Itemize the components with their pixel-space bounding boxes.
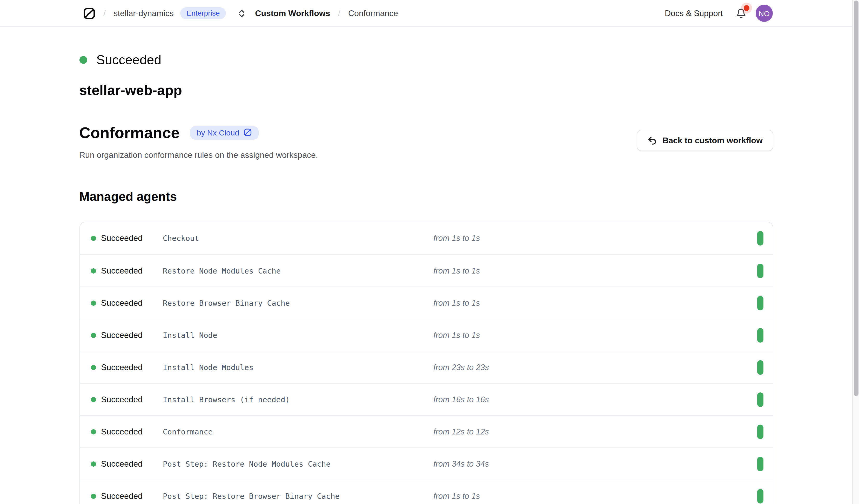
success-dot-icon — [91, 236, 96, 241]
step-duration: from 34s to 34s — [433, 459, 757, 469]
nx-cloud-logo[interactable] — [83, 7, 95, 19]
success-dot-icon — [91, 461, 96, 467]
run-status: Succeeded — [79, 52, 773, 67]
step-timeline-bar — [757, 328, 763, 342]
agent-step-row[interactable]: Succeeded Install Node from 1s to 1s — [80, 319, 772, 351]
step-status-label: Succeeded — [101, 395, 142, 404]
step-status: Succeeded — [91, 298, 163, 307]
managed-agents-heading: Managed agents — [79, 189, 773, 204]
agent-step-row[interactable]: Succeeded Restore Node Modules Cache fro… — [80, 254, 772, 287]
user-avatar[interactable]: NO — [756, 5, 773, 22]
agent-step-row[interactable]: Succeeded Post Step: Restore Browser Bin… — [80, 479, 772, 504]
step-timeline-bar — [757, 295, 763, 310]
step-timeline-bar — [757, 424, 763, 439]
step-name: Restore Browser Binary Cache — [163, 299, 433, 307]
step-timeline-bar — [757, 457, 763, 471]
step-name: Install Node Modules — [163, 363, 433, 371]
success-dot-icon — [79, 56, 87, 64]
step-status: Succeeded — [91, 395, 163, 404]
step-name: Conformance — [163, 427, 433, 436]
top-navbar: / stellar-dynamics Enterprise Custom Wor… — [0, 0, 852, 27]
workflow-description: Run organization conformance rules on th… — [79, 149, 636, 161]
success-dot-icon — [91, 429, 96, 434]
step-status: Succeeded — [91, 266, 163, 275]
step-timeline-bar — [757, 263, 763, 278]
step-status: Succeeded — [91, 491, 163, 501]
step-duration: from 16s to 16s — [433, 395, 757, 404]
page-scrollbar-thumb[interactable] — [854, 1, 858, 396]
back-button-label: Back to custom workflow — [662, 136, 763, 145]
step-status: Succeeded — [91, 330, 163, 340]
success-dot-icon — [91, 365, 96, 370]
notification-badge-dot — [744, 5, 750, 11]
step-status-label: Succeeded — [101, 491, 142, 501]
step-duration: from 12s to 12s — [433, 427, 757, 436]
step-status-label: Succeeded — [101, 233, 142, 243]
step-name: Install Node — [163, 331, 433, 339]
step-name: Post Step: Restore Browser Binary Cache — [163, 492, 433, 500]
step-name: Post Step: Restore Node Modules Cache — [163, 460, 433, 468]
step-duration: from 1s to 1s — [433, 491, 757, 501]
page-scrollbar-track — [852, 0, 859, 504]
navbar-actions: Docs & Support NO — [665, 5, 773, 22]
workspace-title: stellar-web-app — [79, 82, 773, 99]
breadcrumb-separator: / — [338, 8, 341, 18]
agent-step-row[interactable]: Succeeded Install Node Modules from 23s … — [80, 351, 772, 383]
plan-badge: Enterprise — [180, 7, 226, 19]
workflow-title: Conformance — [79, 123, 180, 142]
back-to-custom-workflow-button[interactable]: Back to custom workflow — [636, 130, 773, 151]
step-duration: from 23s to 23s — [433, 363, 757, 372]
step-name: Install Browsers (if needed) — [163, 395, 433, 403]
success-dot-icon — [91, 300, 96, 305]
step-status-label: Succeeded — [101, 298, 142, 307]
success-dot-icon — [91, 268, 96, 273]
agent-step-row[interactable]: Succeeded Checkout from 1s to 1s — [80, 222, 772, 254]
by-nx-cloud-badge[interactable]: by Nx Cloud — [190, 126, 258, 139]
main-content: Succeeded stellar-web-app Conformance by… — [0, 27, 852, 504]
nx-cloud-logo-icon — [243, 128, 252, 137]
step-duration: from 1s to 1s — [433, 233, 757, 243]
step-timeline-bar — [757, 392, 763, 407]
breadcrumb-custom-workflows-link[interactable]: Custom Workflows — [255, 9, 330, 18]
step-timeline-bar — [757, 489, 763, 503]
step-status: Succeeded — [91, 363, 163, 372]
run-status-label: Succeeded — [96, 52, 161, 67]
step-status: Succeeded — [91, 427, 163, 436]
success-dot-icon — [91, 397, 96, 402]
step-name: Restore Node Modules Cache — [163, 266, 433, 275]
step-status-label: Succeeded — [101, 363, 142, 372]
agent-step-row[interactable]: Succeeded Conformance from 12s to 12s — [80, 415, 772, 447]
docs-support-link[interactable]: Docs & Support — [665, 9, 723, 18]
workspace-switcher-chevrons-icon[interactable] — [238, 8, 246, 18]
step-status-label: Succeeded — [101, 266, 142, 275]
step-status: Succeeded — [91, 233, 163, 243]
step-timeline-bar — [757, 231, 763, 245]
breadcrumb-org-link[interactable]: stellar-dynamics — [114, 9, 174, 18]
step-duration: from 1s to 1s — [433, 298, 757, 307]
agent-step-row[interactable]: Succeeded Post Step: Restore Node Module… — [80, 447, 772, 479]
step-duration: from 1s to 1s — [433, 330, 757, 340]
app-viewport: / stellar-dynamics Enterprise Custom Wor… — [0, 0, 859, 504]
breadcrumb: / stellar-dynamics Enterprise Custom Wor… — [83, 7, 398, 19]
step-name: Checkout — [163, 234, 433, 242]
step-duration: from 1s to 1s — [433, 266, 757, 275]
notifications-button[interactable] — [735, 7, 747, 19]
success-dot-icon — [91, 493, 96, 499]
success-dot-icon — [91, 333, 96, 338]
breadcrumb-separator: / — [103, 8, 106, 18]
agent-step-row[interactable]: Succeeded Restore Browser Binary Cache f… — [80, 287, 772, 319]
breadcrumb-current-page: Conformance — [348, 9, 398, 18]
nx-badge-label: by Nx Cloud — [197, 128, 239, 137]
step-timeline-bar — [757, 360, 763, 375]
back-arrow-icon — [647, 136, 657, 145]
step-status: Succeeded — [91, 459, 163, 469]
agent-step-row[interactable]: Succeeded Install Browsers (if needed) f… — [80, 383, 772, 415]
step-status-label: Succeeded — [101, 459, 142, 469]
step-status-label: Succeeded — [101, 330, 142, 340]
step-status-label: Succeeded — [101, 427, 142, 436]
managed-agents-list: Succeeded Checkout from 1s to 1s Succeed… — [79, 222, 773, 504]
